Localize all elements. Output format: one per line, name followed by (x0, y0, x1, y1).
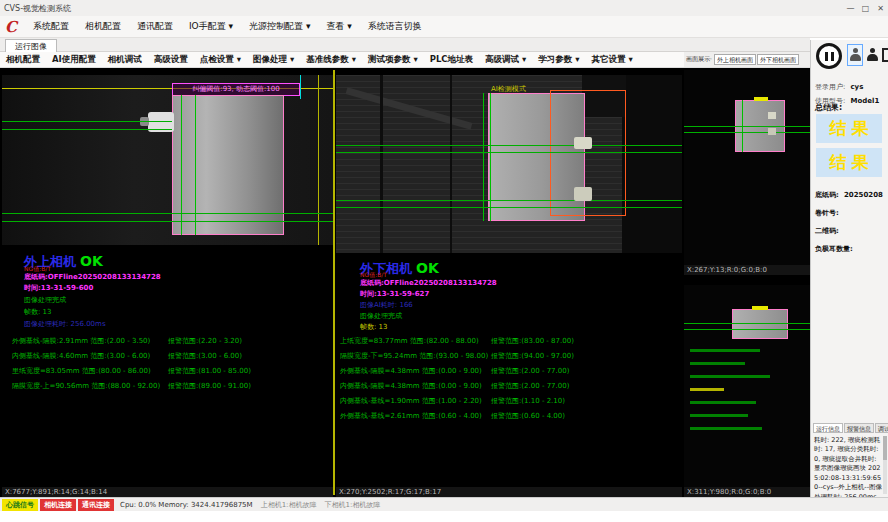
measurement-text: 内侧基线-隔膜:4.60mm 范围:(3.00 - 6.00) (12, 351, 150, 361)
menu-language-switch[interactable]: 系统语言切换 (360, 20, 430, 33)
log-line (690, 414, 748, 417)
overlay-line (181, 95, 182, 235)
menu-io-config[interactable]: IO手配置 ▾ (181, 20, 241, 33)
thumb-lower-image[interactable] (684, 285, 810, 487)
reflection-spot (574, 137, 592, 149)
tab-debug-info[interactable]: 调试信息 (875, 423, 888, 433)
close-button[interactable]: ✕ (873, 4, 888, 13)
middle-ai-elapsed: 图像AI耗时: 166 (360, 300, 413, 310)
logout-button[interactable] (880, 44, 888, 66)
measurement-text: 上纸宽度=83.77mm 范围:(82.00 - 88.00) (340, 336, 479, 346)
overlay-line (684, 132, 810, 133)
menu-light-config[interactable]: 光源控制配置 ▾ (241, 20, 318, 33)
operator-button[interactable] (865, 44, 879, 66)
cpu-memory-status: Cpu: 0.0% Memory: 3424.41796875M (120, 501, 253, 509)
field-label: 卷针号: (815, 209, 839, 217)
tab-run-image[interactable]: 运行图像 (5, 39, 57, 52)
user-login-button[interactable] (847, 44, 863, 66)
minimize-button[interactable]: — (843, 4, 858, 13)
machinery-shadow (622, 75, 682, 253)
left-camera-image[interactable]: 纠偏阈值:93, 动态阈值:100 (2, 75, 333, 245)
tool-other-settings[interactable]: 其它设置 ▾ (586, 54, 639, 66)
tool-advanced-debug[interactable]: 高级调试 ▾ (479, 54, 532, 66)
left-camera-panel[interactable]: 纠偏阈值:93, 动态阈值:100 外上相机OK NG值:B/T 底纸码:OFF… (2, 68, 333, 497)
measurement-text: 隔膜宽度-下=95.24mm 范围:(93.00 - 98.00) (340, 351, 488, 361)
pause-button[interactable] (816, 43, 842, 69)
machinery-bar (380, 75, 383, 253)
measurement-text: 内侧基线-基线=1.90mm 范围:(1.00 - 2.20) (340, 396, 482, 406)
maximize-button[interactable]: □ (858, 4, 873, 13)
middle-camera-panel[interactable]: AI检测模式 外下相机OK NG值:B/T 底纸码:OFFline2025020… (336, 68, 682, 497)
tab-alarm-info[interactable]: 报警信息 (844, 423, 874, 433)
lower-camera-fault-status: 下相机1:相机故障 (324, 500, 380, 510)
measurement-alarm: 报警范围:(1.10 - 2.10) (491, 396, 565, 406)
tab-lower-camera-view[interactable]: 外下相机画面 (757, 54, 799, 65)
window-title: CVS-视觉检测系统 (4, 3, 71, 14)
tool-test-params[interactable]: 测试项参数 ▾ (362, 54, 424, 66)
overlay-line (336, 207, 682, 208)
panel-separator-line (333, 70, 335, 495)
thumb-upper-camera[interactable]: X:267;Y:13;R:0;G:0;B:0 (684, 68, 810, 275)
log-line (690, 349, 760, 352)
thumb-lower-coords: X:311;Y:980;R:0;G:0;B:0 (684, 487, 810, 497)
overlay-line (336, 145, 682, 146)
overlay-mark (754, 97, 768, 101)
tool-plc-address[interactable]: PLC地址表 (424, 54, 479, 66)
tool-spot-check[interactable]: 点检设置 ▾ (194, 54, 247, 66)
log-line (690, 388, 724, 391)
result-box-2: 结果 (816, 148, 882, 177)
measurement-text: 隔膜宽度-上=90.56mm 范围:(88.00 - 92.00) (12, 381, 160, 391)
overlay-line (300, 75, 301, 99)
overlay-line (318, 75, 319, 245)
tab-run-info[interactable]: 运行信息 (813, 423, 843, 433)
left-result-ok: OK (80, 253, 103, 269)
tool-ai-config[interactable]: AI使用配置 (46, 54, 102, 66)
comm-link-badge: 通讯连接 (78, 499, 114, 511)
measurement-text: 外侧基线-隔膜=4.38mm 范围:(0.00 - 9.00) (340, 366, 482, 376)
machinery-bar (346, 87, 473, 130)
product-region (732, 309, 788, 339)
overlay-line (483, 93, 484, 221)
thumb-upper-image[interactable] (684, 70, 810, 265)
overlay-line (684, 329, 810, 330)
overlay-line (490, 93, 491, 221)
log-scrollbar-thumb[interactable] (883, 436, 887, 460)
tool-camera-debug[interactable]: 相机调试 (102, 54, 148, 66)
menu-comm-config[interactable]: 通讯配置 (129, 20, 181, 33)
overlay-mark (752, 306, 768, 310)
tool-camera-config[interactable]: 相机配置 (0, 54, 46, 66)
toolbar: 相机配置 AI使用配置 相机调试 高级设置 点检设置 ▾ 图像处理 ▾ 基准线参… (0, 52, 684, 68)
middle-barcode: 底纸码:OFFline20250208133134728 (360, 278, 497, 288)
field-row: 负极耳数量: (815, 236, 853, 255)
middle-frame-count: 帧数: 13 (360, 322, 388, 332)
menu-view[interactable]: 查看 ▾ (318, 20, 359, 33)
total-result-label: 总结果: (815, 102, 842, 113)
tool-image-process[interactable]: 图像处理 ▾ (247, 54, 300, 66)
menu-system-config[interactable]: 系统配置 (25, 20, 77, 33)
log-line (690, 401, 756, 404)
field-row: 二维码: (815, 218, 839, 237)
menu-camera-config[interactable]: 相机配置 (77, 20, 129, 33)
left-process-done: 图像处理完成 (24, 295, 66, 305)
measurement-text: 外侧基线-隔膜:2.91mm 范围:(2.00 - 3.50) (12, 336, 150, 346)
product-region (172, 95, 284, 235)
user-icon (850, 48, 861, 62)
tool-advanced-settings[interactable]: 高级设置 (148, 54, 194, 66)
overlay-line (336, 200, 682, 201)
left-pixel-coords: X:7677;Y:891;R:14;G:14;B:14 (2, 487, 333, 497)
tool-learn-params[interactable]: 学习参数 ▾ (532, 54, 585, 66)
reflection-spot (768, 128, 776, 135)
overlay-line (2, 213, 333, 214)
measurement-text: 内侧基线-隔膜=4.38mm 范围:(0.00 - 9.00) (340, 381, 482, 391)
measurement-text: 里纸宽度=83.05mm 范围:(80.00 - 86.00) (12, 366, 151, 376)
log-scrollbar[interactable] (883, 436, 887, 494)
middle-camera-image[interactable]: AI检测模式 (336, 75, 682, 253)
field-label: 负极耳数量: (815, 245, 853, 253)
tool-baseline-params[interactable]: 基准线参数 ▾ (300, 54, 362, 66)
heartbeat-badge: 心跳信号 (2, 499, 38, 511)
tab-upper-camera-view[interactable]: 外上相机画面 (714, 54, 756, 65)
tab-strip: 运行图像 (0, 38, 810, 52)
reflection-spot (574, 187, 592, 201)
thumb-upper-coords: X:267;Y:13;R:0;G:0;B:0 (684, 265, 810, 275)
thumb-lower-camera[interactable]: X:311;Y:980;R:0;G:0;B:0 (684, 285, 810, 497)
